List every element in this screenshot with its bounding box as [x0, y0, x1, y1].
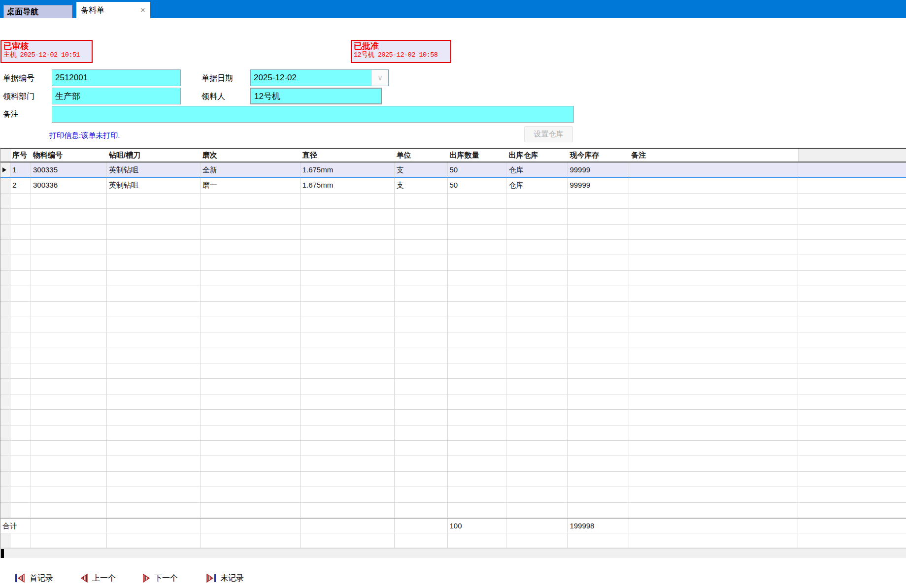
- cell-diameter[interactable]: [301, 472, 395, 487]
- cell-seq[interactable]: [10, 456, 31, 471]
- cell-warehouse[interactable]: [506, 441, 568, 456]
- cell-remark[interactable]: [629, 271, 798, 286]
- table-row[interactable]: [0, 240, 906, 255]
- cell-stock[interactable]: [568, 348, 629, 363]
- cell-stock[interactable]: [568, 194, 629, 209]
- cell-filler[interactable]: [798, 286, 906, 301]
- table-row[interactable]: [0, 472, 906, 487]
- cell-remark[interactable]: [629, 456, 798, 471]
- row-selector[interactable]: [0, 332, 10, 348]
- cell-qty[interactable]: [448, 332, 507, 348]
- cell-qty[interactable]: [448, 286, 507, 301]
- cell-stock[interactable]: [568, 487, 629, 502]
- cell-unit[interactable]: [395, 317, 448, 332]
- cell-filler[interactable]: [798, 472, 906, 487]
- cell-tool[interactable]: [107, 425, 201, 441]
- cell-stock[interactable]: [568, 286, 629, 301]
- cell-filler[interactable]: [798, 240, 906, 255]
- cell-grind[interactable]: [201, 225, 301, 240]
- row-selector[interactable]: [0, 317, 10, 332]
- cell-remark[interactable]: [629, 163, 798, 178]
- table-row[interactable]: [0, 410, 906, 425]
- cell-tool[interactable]: [107, 410, 201, 425]
- table-row[interactable]: [0, 332, 906, 348]
- cell-material_no[interactable]: 300335: [31, 163, 107, 178]
- cell-seq[interactable]: [10, 363, 31, 379]
- cell-stock[interactable]: 99999: [568, 178, 629, 193]
- table-row[interactable]: [0, 456, 906, 471]
- cell-grind[interactable]: [201, 286, 301, 301]
- cell-stock[interactable]: [568, 441, 629, 456]
- cell-warehouse[interactable]: [506, 255, 568, 270]
- cell-grind[interactable]: [201, 209, 301, 224]
- first-record-button[interactable]: 首记录: [15, 570, 53, 586]
- row-selector[interactable]: [0, 348, 10, 363]
- cell-warehouse[interactable]: [506, 332, 568, 348]
- cell-unit[interactable]: [395, 472, 448, 487]
- cell-material_no[interactable]: [31, 456, 107, 471]
- cell-tool[interactable]: [107, 472, 201, 487]
- cell-material_no[interactable]: [31, 394, 107, 410]
- cell-grind[interactable]: [201, 425, 301, 441]
- cell-qty[interactable]: [448, 487, 507, 502]
- cell-grind[interactable]: [201, 332, 301, 348]
- doc-date-combobox[interactable]: 2025-12-02 ∨: [250, 69, 389, 86]
- table-row[interactable]: [0, 286, 906, 301]
- cell-grind[interactable]: [201, 487, 301, 502]
- cell-qty[interactable]: [448, 472, 507, 487]
- cell-unit[interactable]: [395, 286, 448, 301]
- cell-qty[interactable]: [448, 425, 507, 441]
- cell-tool[interactable]: [107, 394, 201, 410]
- cell-seq[interactable]: [10, 286, 31, 301]
- cell-remark[interactable]: [629, 317, 798, 332]
- cell-material_no[interactable]: [31, 225, 107, 240]
- cell-material_no[interactable]: [31, 472, 107, 487]
- tab-desktop-nav[interactable]: 桌面导航: [3, 5, 72, 18]
- cell-remark[interactable]: [629, 487, 798, 502]
- cell-seq[interactable]: [10, 348, 31, 363]
- cell-tool[interactable]: 英制钻咀: [107, 163, 201, 178]
- cell-qty[interactable]: 50: [448, 178, 507, 193]
- cell-diameter[interactable]: [301, 363, 395, 379]
- cell-grind[interactable]: [201, 503, 301, 518]
- cell-remark[interactable]: [629, 225, 798, 240]
- cell-stock[interactable]: [568, 209, 629, 224]
- cell-qty[interactable]: [448, 240, 507, 255]
- cell-filler[interactable]: [798, 225, 906, 240]
- cell-warehouse[interactable]: [506, 194, 568, 209]
- cell-stock[interactable]: [568, 240, 629, 255]
- cell-unit[interactable]: [395, 255, 448, 270]
- prev-record-button[interactable]: 上一个: [80, 570, 116, 586]
- cell-tool[interactable]: [107, 194, 201, 209]
- cell-remark[interactable]: [629, 209, 798, 224]
- row-selector[interactable]: [0, 503, 10, 518]
- cell-material_no[interactable]: [31, 255, 107, 270]
- cell-seq[interactable]: [10, 225, 31, 240]
- cell-unit[interactable]: [395, 425, 448, 441]
- row-selector[interactable]: [0, 286, 10, 301]
- cell-material_no[interactable]: [31, 441, 107, 456]
- cell-unit[interactable]: [395, 194, 448, 209]
- cell-material_no[interactable]: 300336: [31, 178, 107, 193]
- row-selector[interactable]: [0, 194, 10, 209]
- cell-stock[interactable]: [568, 379, 629, 394]
- cell-seq[interactable]: [10, 425, 31, 441]
- cell-tool[interactable]: [107, 271, 201, 286]
- close-icon[interactable]: ×: [140, 6, 150, 14]
- cell-warehouse[interactable]: [506, 209, 568, 224]
- cell-tool[interactable]: [107, 302, 201, 317]
- cell-filler[interactable]: [798, 348, 906, 363]
- cell-unit[interactable]: [395, 487, 448, 502]
- chevron-down-icon[interactable]: ∨: [371, 70, 388, 86]
- row-selector[interactable]: [0, 379, 10, 394]
- cell-material_no[interactable]: [31, 379, 107, 394]
- cell-unit[interactable]: [395, 209, 448, 224]
- table-row[interactable]: [0, 194, 906, 209]
- cell-unit[interactable]: [395, 441, 448, 456]
- cell-warehouse[interactable]: [506, 394, 568, 410]
- cell-tool[interactable]: [107, 209, 201, 224]
- cell-diameter[interactable]: [301, 456, 395, 471]
- cell-seq[interactable]: [10, 240, 31, 255]
- cell-tool[interactable]: [107, 332, 201, 348]
- table-row[interactable]: [0, 487, 906, 502]
